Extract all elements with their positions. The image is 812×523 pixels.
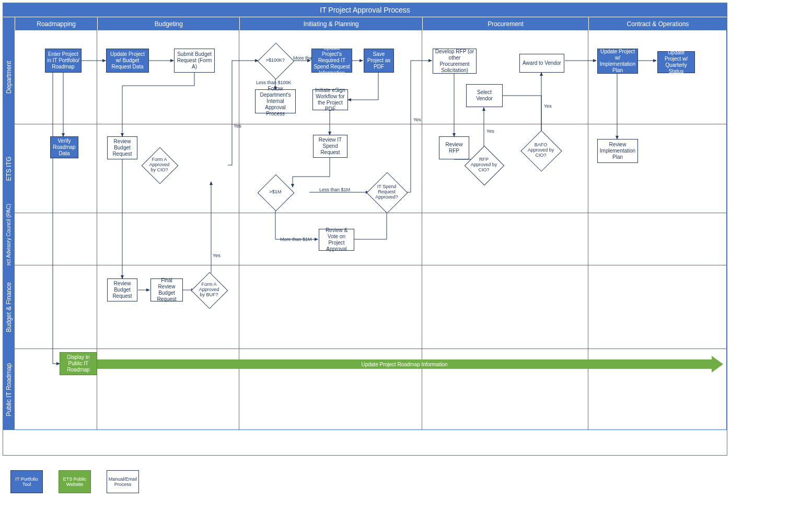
big-arrow-label: Update Project Roadmap Information: [97, 359, 712, 369]
box-review-impl: Review Implementation Plan: [597, 139, 638, 163]
box-award-vendor: Award to Vendor: [519, 54, 564, 73]
phase-initiating: Initiating & Planning: [239, 17, 422, 30]
box-submit-form-a: Submit Budget Request (Form A): [174, 49, 215, 73]
diamond-bafo-approved: BAFO Approved by CIO?: [527, 136, 555, 165]
box-display-public: Display in Public IT Roadmap: [60, 352, 97, 375]
big-arrow-update-roadmap: Update Project Roadmap Information: [97, 359, 724, 369]
diamond-gt-1m: >$1M: [263, 180, 288, 205]
diamond-gt-100k: >$100K?: [263, 48, 288, 73]
grid-cell: [588, 265, 727, 349]
lane-budget-finance: Budget & Finance: [3, 265, 15, 349]
label-yes-cio: Yes: [234, 123, 241, 129]
lane-pac: Project Advisory Council (PAC): [3, 213, 15, 265]
box-follow-internal: Follow Department's Internal Approval Pr…: [255, 89, 296, 113]
diagram-title: IT Project Approval Process: [3, 3, 727, 17]
phase-contract: Contract & Operations: [588, 17, 727, 30]
box-save-pdf: Save Project as PDF: [364, 49, 394, 73]
swimlane-diagram: IT Project Approval Process Roadmapping …: [3, 3, 727, 456]
box-develop-rfp: Develop RFP (or other Procurement Solici…: [433, 49, 477, 74]
label-more-1m: More than $1M: [280, 237, 312, 242]
diamond-rfp-approved: RFP Approved by CIO?: [470, 152, 497, 179]
phase-procurement: Procurement: [422, 17, 588, 30]
phase-roadmapping: Roadmapping: [15, 17, 97, 30]
label-yes-rfp: Yes: [486, 129, 494, 134]
grid-cell: [15, 265, 97, 349]
diamond-form-a-buf: Form A Approved by BUF?: [196, 277, 222, 303]
box-review-rfp: Review RFP: [439, 136, 469, 159]
box-review-vote: Review & Vote on Project Approval: [319, 229, 354, 251]
box-initiate-esign: Initiate eSign Workflow for the Project …: [312, 89, 348, 110]
page: IT Project Approval Process Roadmapping …: [0, 0, 812, 523]
legend-portfolio-tool: IT Portfolio Tool: [10, 470, 43, 493]
grid-cell: [15, 30, 97, 124]
phase-header-row: Roadmapping Budgeting Initiating & Plann…: [3, 17, 727, 30]
box-review-budget-1: Review Budget Request: [107, 136, 137, 159]
grid-cell: [422, 265, 588, 349]
box-update-budget-data: Update Project w/ Budget Request Data: [106, 49, 149, 73]
label-yes-spend: Yes: [413, 117, 421, 122]
box-update-spend-info: Update Project's Required IT Spend Reque…: [311, 49, 352, 73]
arrow-head-icon: [712, 356, 723, 373]
box-review-budget-2: Review Budget Request: [107, 278, 137, 301]
grid-cell: [588, 30, 727, 124]
box-select-vendor: Select Vendor: [466, 84, 503, 107]
label-yes-bafo: Yes: [544, 103, 552, 109]
diamond-form-a-cio: Form A Approved by CIO?: [147, 153, 172, 178]
box-final-review-budget: Final Review Budget Request: [150, 278, 183, 301]
lane-department: Department: [3, 30, 15, 124]
box-review-it-spend: Review IT Spend Request: [313, 135, 347, 158]
grid-cell: [588, 124, 727, 213]
legend: IT Portfolio Tool ETS Public Website Man…: [10, 470, 139, 493]
label-yes-buf: Yes: [213, 253, 221, 258]
phase-budgeting: Budgeting: [97, 17, 239, 30]
lane-ets-itg: ETS ITG: [3, 124, 15, 213]
grid-cell: [15, 213, 97, 265]
box-verify-roadmap: Verify Roadmap Data: [50, 136, 78, 158]
lane-public-roadmap: Public IT Roadmap: [3, 349, 15, 430]
grid-cell: [588, 213, 727, 265]
label-less-100k: Less than $100K: [256, 80, 292, 85]
box-update-impl: Update Project w/ Implementation Plan: [597, 49, 638, 74]
label-less-1m: Less than $1M: [319, 187, 350, 192]
box-update-quarterly: Update Project w/ Quarterly Status: [657, 51, 695, 73]
grid-cell: [239, 265, 422, 349]
grid-cell: [422, 30, 588, 124]
legend-manual-process: Manual/Email Process: [107, 470, 139, 493]
diamond-it-spend-approved: IT Spend Request Approved?: [373, 178, 401, 206]
phase-corner: [3, 17, 15, 30]
grid-cell: [97, 30, 239, 124]
box-enter-project: Enter Project in IT Portfolio/ Roadmap: [45, 49, 82, 73]
grid-cell: [422, 213, 588, 265]
legend-public-website: ETS Public Website: [59, 470, 91, 493]
